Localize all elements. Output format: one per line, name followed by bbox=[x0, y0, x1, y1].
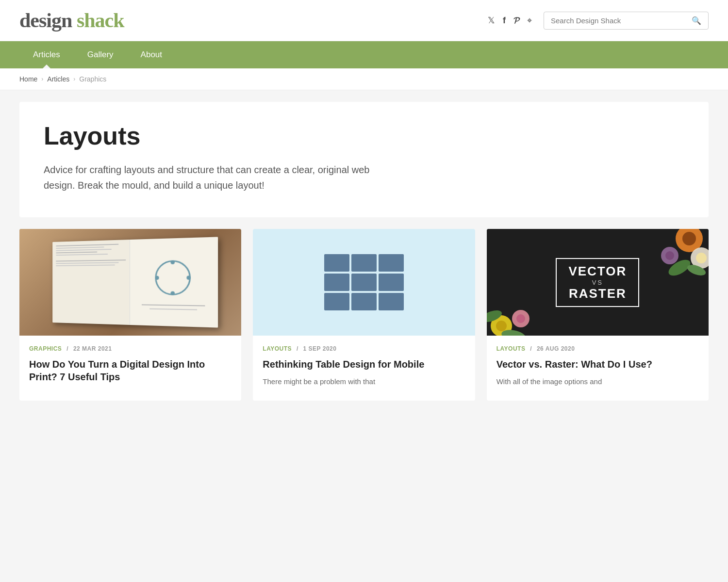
article-image-2 bbox=[253, 229, 475, 336]
articles-grid: GRAPHICS / 22 MAR 2021 How Do You Turn a… bbox=[19, 229, 709, 401]
article-card-1[interactable]: GRAPHICS / 22 MAR 2021 How Do You Turn a… bbox=[19, 229, 241, 401]
article-excerpt-2: There might be a problem with that bbox=[263, 376, 465, 388]
svg-point-9 bbox=[496, 321, 507, 331]
article-image-1 bbox=[19, 229, 241, 336]
header-right: 𝕏 f 𝓟 ⌖ 🔍 bbox=[488, 12, 709, 30]
svg-point-1 bbox=[682, 232, 696, 245]
pinterest-icon[interactable]: 𝓟 bbox=[513, 16, 519, 26]
article-meta-1: GRAPHICS / 22 MAR 2021 bbox=[29, 345, 232, 352]
site-logo[interactable]: design shack bbox=[19, 9, 124, 32]
main-nav: Articles Gallery About bbox=[0, 41, 728, 68]
category-description: Advice for crafting layouts and structur… bbox=[44, 162, 383, 193]
nav-item-about[interactable]: About bbox=[127, 41, 176, 68]
breadcrumb-articles[interactable]: Articles bbox=[47, 75, 69, 83]
category-title: Layouts bbox=[44, 121, 684, 150]
nav-item-articles[interactable]: Articles bbox=[19, 41, 74, 68]
svg-point-5 bbox=[696, 253, 707, 263]
breadcrumb-sep-2: › bbox=[73, 76, 75, 82]
search-input[interactable] bbox=[551, 16, 692, 25]
article-date-2: 1 SEP 2020 bbox=[303, 345, 337, 352]
logo-part2: shack bbox=[77, 9, 124, 32]
svg-point-11 bbox=[516, 314, 525, 323]
search-bar: 🔍 bbox=[544, 12, 709, 30]
table-visual bbox=[324, 254, 404, 310]
site-header: design shack 𝕏 f 𝓟 ⌖ 🔍 bbox=[0, 0, 728, 41]
search-button[interactable]: 🔍 bbox=[692, 16, 701, 25]
svg-point-3 bbox=[665, 251, 674, 260]
category-header: Layouts Advice for crafting layouts and … bbox=[19, 102, 709, 217]
article-category-2: LAYOUTS bbox=[263, 345, 292, 352]
article-title-1[interactable]: How Do You Turn a Digital Design Into Pr… bbox=[29, 358, 232, 383]
article-meta-3: LAYOUTS / 26 AUG 2020 bbox=[496, 345, 699, 352]
facebook-icon[interactable]: f bbox=[503, 16, 506, 26]
article-content-2: LAYOUTS / 1 SEP 2020 Rethinking Table De… bbox=[253, 336, 475, 399]
article-image-3: VECTOR VS RASTER bbox=[487, 229, 709, 336]
article-date-3: 26 AUG 2020 bbox=[537, 345, 575, 352]
breadcrumb-sep-1: › bbox=[41, 76, 43, 82]
article-category-1: GRAPHICS bbox=[29, 345, 62, 352]
article-card-2[interactable]: LAYOUTS / 1 SEP 2020 Rethinking Table De… bbox=[253, 229, 475, 401]
breadcrumb-home[interactable]: Home bbox=[19, 75, 37, 83]
breadcrumb: Home › Articles › Graphics bbox=[0, 68, 728, 90]
twitter-icon[interactable]: 𝕏 bbox=[488, 15, 495, 26]
article-title-3[interactable]: Vector vs. Raster: What Do I Use? bbox=[496, 358, 699, 371]
article-title-2[interactable]: Rethinking Table Design for Mobile bbox=[263, 358, 465, 371]
social-icons: 𝕏 f 𝓟 ⌖ bbox=[488, 15, 532, 26]
vector-title-box: VECTOR VS RASTER bbox=[556, 258, 639, 307]
article-excerpt-3: With all of the image options and bbox=[496, 376, 699, 388]
rss-icon[interactable]: ⌖ bbox=[527, 16, 532, 26]
article-content-1: GRAPHICS / 22 MAR 2021 How Do You Turn a… bbox=[19, 336, 241, 401]
breadcrumb-current: Graphics bbox=[79, 75, 106, 83]
article-category-3: LAYOUTS bbox=[496, 345, 526, 352]
nav-item-gallery[interactable]: Gallery bbox=[74, 41, 127, 68]
logo-part1: design bbox=[19, 9, 77, 32]
article-meta-2: LAYOUTS / 1 SEP 2020 bbox=[263, 345, 465, 352]
article-card-3[interactable]: VECTOR VS RASTER LAYOUTS / 26 AUG 2020 V… bbox=[487, 229, 709, 401]
article-content-3: LAYOUTS / 26 AUG 2020 Vector vs. Raster:… bbox=[487, 336, 709, 399]
article-date-1: 22 MAR 2021 bbox=[73, 345, 112, 352]
